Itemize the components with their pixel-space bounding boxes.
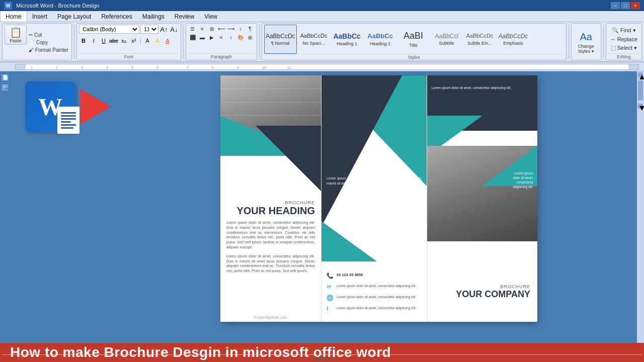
contact-web-text: Lorem ipsum dolor sit amet, consectetur … [337, 295, 416, 299]
italic-button[interactable]: I [89, 36, 98, 45]
align-right-button[interactable]: ▶ [207, 33, 216, 41]
menu-insert[interactable]: Insert [27, 11, 52, 22]
social-icon: f [327, 306, 334, 313]
paragraph-group-label: Paragraph [188, 53, 255, 60]
right-overlay-text: Lorem ipsum dolor sit amet, consectetur … [488, 171, 533, 189]
text-highlight-button[interactable]: A [153, 36, 162, 45]
style-no-spacing-preview: AaBbCcDc [300, 33, 328, 39]
replace-button[interactable]: ↔ Replace [608, 35, 639, 43]
main-area: 📄 🔍 W [0, 71, 644, 343]
contact-phone-item: 📞 00 123 45 4658 [327, 273, 422, 280]
brochure-main-heading: YOUR HEADING [226, 205, 315, 216]
para-row-1: ☰ ≡ ⊞ ⟵ ⟶ ↕ ¶ [188, 25, 255, 33]
doc-line-3 [61, 118, 76, 120]
style-heading1-button[interactable]: AaBbCc Heading 1 [331, 25, 363, 54]
shading-button[interactable]: 🎨 [236, 33, 245, 41]
align-left-button[interactable]: ⬛ [188, 33, 197, 41]
scroll-down-button[interactable]: ▼ [638, 104, 643, 109]
style-heading2-button[interactable]: AaBbCc Heading 2 [364, 25, 396, 54]
contact-section: 📞 00 123 45 4658 ✉ Lorem ipsum dolor sit… [327, 273, 422, 317]
app-icon: W [4, 2, 12, 10]
justify-button[interactable]: ≡ [217, 33, 226, 41]
decrease-indent-button[interactable]: ⟵ [217, 25, 226, 33]
doc-line-2 [61, 115, 76, 117]
scroll-up-button[interactable]: ▲ [638, 72, 643, 77]
sort-button[interactable]: ↕ [236, 25, 245, 33]
para-row-2: ⬛ ▬ ▶ ≡ ↕ 🎨 ⊞ [188, 33, 255, 41]
word-promo: W [25, 81, 111, 132]
line-spacing-button[interactable]: ↕ [226, 33, 235, 41]
font-grow-button[interactable]: A↑ [159, 25, 169, 34]
menu-page-layout[interactable]: Page Layout [52, 11, 96, 22]
paste-button[interactable]: 📋 Paste [5, 25, 27, 45]
divider-2 [183, 25, 184, 58]
multilevel-list-button[interactable]: ⊞ [207, 25, 216, 33]
font-size-select[interactable]: 11 [140, 25, 158, 34]
styles-group: AaBbCcDc ¶ Normal AaBbCcDc No Spaci... A… [262, 23, 567, 60]
borders-button[interactable]: ⊞ [246, 33, 255, 41]
contact-phone-text: 00 123 45 4658 [337, 273, 363, 277]
email-icon: ✉ [327, 284, 334, 291]
numbering-button[interactable]: ≡ [198, 25, 207, 33]
superscript-button[interactable]: x² [129, 36, 138, 45]
minimize-button[interactable]: ─ [611, 2, 620, 9]
style-no-spacing-button[interactable]: AaBbCcDc No Spaci... [298, 25, 330, 54]
brochure-body-text-1: Lorem ipsum dolor sit amet, consectetur … [220, 220, 321, 250]
clipboard-group: 📋 Paste ✂ Cut 📄 Copy 🖌 Format Painter Cl… [2, 23, 72, 60]
font-shrink-button[interactable]: A↓ [170, 25, 179, 34]
bullets-button[interactable]: ☰ [188, 25, 197, 33]
doc-canvas: W [10, 71, 637, 343]
subscript-button[interactable]: x₂ [119, 36, 128, 45]
close-button[interactable]: × [631, 2, 640, 9]
menu-home[interactable]: Home [0, 11, 27, 22]
watermark-text: PosterMyWall.com [254, 315, 287, 320]
scrollbar-thumb[interactable] [638, 80, 643, 101]
style-emphasis-label: Emphasis [503, 41, 523, 46]
style-emphasis-button[interactable]: AaBbCcDc Emphasis [497, 25, 530, 54]
select-button[interactable]: ⬚ Select ▾ [609, 44, 639, 52]
font-color-button[interactable]: A [163, 36, 172, 45]
styles-content: AaBbCcDc ¶ Normal AaBbCcDc No Spaci... A… [264, 25, 564, 54]
right-scrollbar[interactable]: ▲ ▼ [637, 71, 644, 343]
style-subtitle-label: Subtitle [439, 41, 454, 46]
menu-view[interactable]: View [199, 11, 222, 22]
doc-lines [58, 109, 79, 132]
menu-references[interactable]: References [96, 11, 137, 22]
contact-email-item: ✉ Lorem ipsum dolor sit amet, consectetu… [327, 284, 422, 291]
maximize-button[interactable]: □ [621, 2, 630, 9]
format-painter-button[interactable]: 🖌 Format Painter [28, 47, 69, 53]
bold-button[interactable]: B [79, 36, 88, 45]
sidebar-search-icon[interactable]: 🔍 [1, 83, 9, 92]
ruler-track: 1 2 3 4 5 6 7 8 9 10 11 [15, 64, 639, 70]
divider-3 [259, 25, 260, 58]
change-styles-button[interactable]: ChangeStyles ▾ [578, 44, 594, 54]
style-normal-button[interactable]: AaBbCcDc ¶ Normal [264, 25, 297, 54]
paste-icon: 📋 [10, 26, 22, 38]
show-hide-button[interactable]: ¶ [246, 25, 255, 33]
font-family-select[interactable]: Calibri (Body) [79, 25, 139, 34]
style-subtitle-button[interactable]: AaBbCcl Subtitle [431, 25, 463, 54]
right-overlay-text-content: Lorem ipsum dolor sit amet, consectetur … [513, 171, 533, 189]
style-subtle-button[interactable]: AaBbCcDc Subtle Em... [464, 25, 496, 54]
text-effects-button[interactable]: A [143, 36, 152, 45]
divider-1 [74, 25, 74, 58]
underline-button[interactable]: U [99, 36, 108, 45]
title-bar-controls: ─ □ × [611, 2, 640, 9]
style-title-button[interactable]: AaBI Title [397, 25, 430, 54]
find-button[interactable]: 🔍 Find ▾ [610, 26, 637, 35]
font-group-label: Font [79, 53, 179, 60]
ribbon: 📋 Paste ✂ Cut 📄 Copy 🖌 Format Painter Cl… [0, 22, 644, 62]
align-center-button[interactable]: ▬ [198, 33, 207, 41]
style-no-spacing-label: No Spaci... [303, 41, 325, 46]
copy-button[interactable]: 📄 Copy [28, 39, 69, 46]
left-sidebar: 📄 🔍 [0, 71, 10, 343]
cut-button[interactable]: ✂ Cut [28, 32, 69, 38]
menu-review[interactable]: Review [170, 11, 199, 22]
sidebar-nav-icon[interactable]: 📄 [1, 73, 9, 81]
change-styles-icon: Aa [580, 31, 592, 43]
brochure-heading-area: BROCHURE YOUR HEADING [220, 196, 321, 220]
increase-indent-button[interactable]: ⟶ [226, 25, 235, 33]
paragraph-group: ☰ ≡ ⊞ ⟵ ⟶ ↕ ¶ ⬛ ▬ ▶ ≡ ↕ 🎨 ⊞ Paragraph [186, 23, 257, 60]
strikethrough-button[interactable]: abc [109, 36, 118, 45]
menu-mailings[interactable]: Mailings [137, 11, 170, 22]
